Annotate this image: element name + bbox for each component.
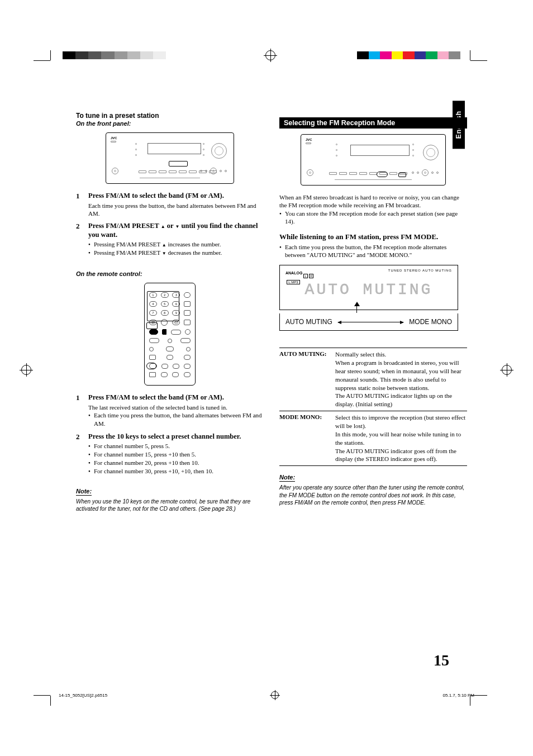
step2-title: Press FM/AM PRESET or until you find the… xyxy=(88,222,264,239)
remote-step1-title: Press FM/AM to select the band (FM or AM… xyxy=(88,393,264,402)
remote-step2-bullet: For channel number 15, press +10 then 5. xyxy=(88,450,264,459)
step2-bullet: Pressing FM/AM PRESET decreases the numb… xyxy=(88,249,264,257)
step-number: 2 xyxy=(76,432,88,476)
remote-control-diagram: 123 456 789 10+10 xyxy=(144,283,196,386)
note-label: Note: xyxy=(279,474,295,482)
footer-timestamp: 05.1.7, 5:10 PM xyxy=(443,693,474,698)
up-triangle-icon xyxy=(161,222,165,230)
down-triangle-icon xyxy=(162,249,166,256)
remote-step1-bullet: Each time you press the button, the band… xyxy=(88,411,264,428)
remote-step2-bullet: For channel number 30, press +10, +10, t… xyxy=(88,467,264,476)
mode-mono: MODE MONO xyxy=(409,318,452,326)
listen-heading: While listening to an FM station, press … xyxy=(279,232,467,241)
left-column: To tune in a preset station On the front… xyxy=(76,112,264,513)
page-number: 15 xyxy=(434,652,449,669)
mode-toggle-diagram: AUTO MUTING MODE MONO xyxy=(279,313,458,331)
remote-step1-text: The last received station of the selecte… xyxy=(88,403,264,411)
registration-mark-icon xyxy=(271,691,279,699)
note-text: After you operate any source other than … xyxy=(279,484,467,507)
footer-filename: 14-15_5052[US]2.p65 xyxy=(59,693,102,698)
lcd-main-text: AUTO MUTING xyxy=(285,281,452,298)
row-label-auto-muting: AUTO MUTING: xyxy=(279,350,335,408)
step1-title: Press FM/AM to select the band (FM or AM… xyxy=(88,192,264,201)
registration-mark-icon xyxy=(21,365,31,375)
crop-mark xyxy=(34,50,56,73)
row-desc-auto-muting: Normally select this. When a program is … xyxy=(335,350,467,408)
color-bar-right xyxy=(357,51,460,59)
registration-mark-icon xyxy=(265,50,275,60)
remote-step2-bullet: For channel number 5, press 5. xyxy=(88,442,264,450)
mode-description-table: AUTO MUTING: Normally select this. When … xyxy=(279,348,467,466)
right-column: Selecting the FM Reception Mode JVC When… xyxy=(279,112,467,513)
footer: 14-15_5052[US]2.p65 15 05.1.7, 5:10 PM xyxy=(59,691,474,699)
double-arrow-icon xyxy=(338,322,404,322)
up-triangle-icon xyxy=(162,241,166,248)
receiver-front-diagram: JVC xyxy=(106,132,234,184)
crop-mark xyxy=(465,50,487,73)
step1-text: Each time you press the button, the band… xyxy=(88,202,264,218)
step-number: 1 xyxy=(76,192,88,217)
mode-auto-muting: AUTO MUTING xyxy=(285,318,332,326)
note-text: When you use the 10 keys on the remote c… xyxy=(76,498,264,513)
fm-intro: When an FM stereo broadcast is hard to r… xyxy=(279,193,467,210)
note-label: Note: xyxy=(76,488,92,496)
heading-preset: To tune in a preset station xyxy=(76,112,264,120)
step-number: 1 xyxy=(76,393,88,428)
label-on-remote: On the remote control: xyxy=(76,270,264,277)
color-bar-left xyxy=(63,51,166,59)
remote-step2-title: Press the 10 keys to select a preset cha… xyxy=(88,432,264,441)
step-number: 2 xyxy=(76,222,88,257)
row-label-mode-mono: MODE MONO: xyxy=(279,413,335,463)
registration-mark-icon xyxy=(502,365,512,375)
footer-page: 15 xyxy=(102,693,107,698)
step2-bullet: Pressing FM/AM PRESET increases the numb… xyxy=(88,240,264,249)
receiver-front-diagram: JVC xyxy=(301,134,446,186)
listen-bullet: Each time you press the button, the FM r… xyxy=(279,243,467,260)
crop-mark xyxy=(34,683,56,706)
remote-step2-bullet: For channel number 20, press +10 then 10… xyxy=(88,459,264,467)
section-bar-fm-mode: Selecting the FM Reception Mode xyxy=(279,117,467,129)
lcd-display-diagram: ANALOG TUNED STEREO AUTO MUTING LR L.MP3… xyxy=(279,265,458,310)
label-on-front-panel: On the front panel: xyxy=(76,120,264,127)
fm-intro-bullet: You can store the FM reception mode for … xyxy=(279,210,467,226)
row-desc-mode-mono: Select this to improve the reception (bu… xyxy=(335,413,467,463)
